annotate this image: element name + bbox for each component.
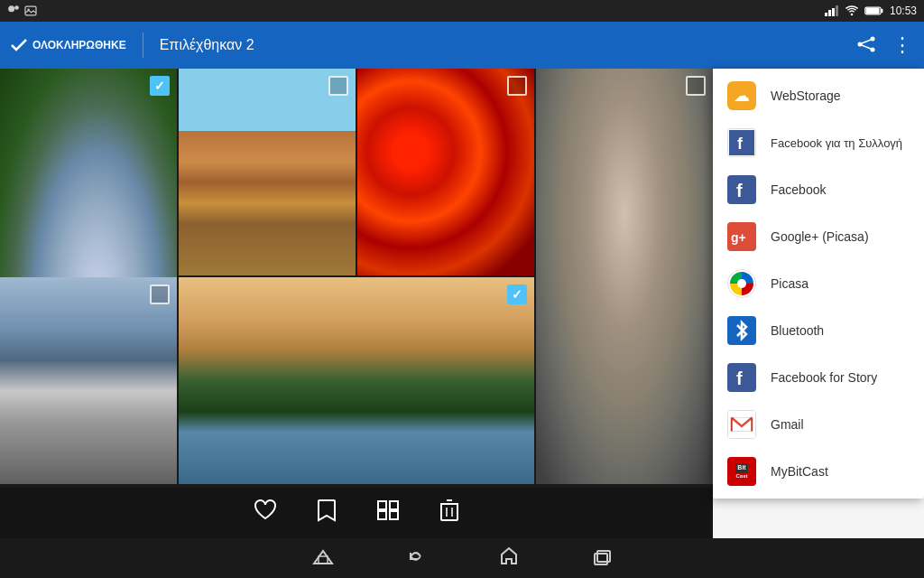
nav-home-button[interactable] (498, 545, 520, 571)
svg-rect-11 (866, 8, 880, 14)
share-item-fbstory[interactable]: f Facebook for Story (713, 354, 924, 401)
selected-count-label: Επιλέχθηκαν 2 (160, 37, 254, 53)
svg-rect-17 (378, 501, 386, 509)
signal-icon (825, 5, 839, 16)
svg-point-13 (871, 47, 875, 51)
gallery-wrapper (0, 69, 713, 484)
photo-red-flowers[interactable] (357, 69, 534, 275)
svg-point-12 (871, 36, 875, 41)
svg-rect-4 (825, 13, 827, 16)
webstorage-label: WebStorage (771, 89, 841, 103)
svg-rect-18 (390, 501, 398, 509)
share-item-bluetooth[interactable]: Bluetooth (713, 307, 924, 354)
nav-recents-icon (592, 548, 612, 568)
wifi-icon (845, 5, 859, 16)
photo-grid (0, 69, 713, 484)
facebook-label: Facebook (771, 182, 826, 197)
svg-point-8 (851, 14, 854, 16)
image-icon (23, 5, 38, 16)
trash-icon (439, 499, 459, 522)
svg-point-0 (8, 5, 14, 12)
status-time: 10:53 (890, 5, 917, 17)
layout-button[interactable] (376, 499, 400, 527)
nav-back-button[interactable] (406, 546, 426, 570)
nav-home-icon (498, 545, 520, 567)
svg-rect-10 (881, 9, 882, 14)
share-item-mybitcast[interactable]: Bit Cast MyBitCast (713, 448, 924, 495)
svg-rect-20 (390, 511, 398, 519)
action-icons: ⋮ (856, 35, 913, 55)
bookmark-icon (317, 499, 337, 522)
webstorage-icon: ☁ (727, 81, 756, 110)
svg-rect-21 (441, 504, 457, 520)
share-item-picasa[interactable]: Picasa (713, 260, 924, 307)
penguins-checkbox[interactable] (150, 284, 170, 304)
gmail-label: Gmail (771, 417, 804, 432)
share-item-facebook[interactable]: f Facebook (713, 166, 924, 213)
svg-rect-2 (25, 6, 36, 15)
battery-icon (864, 5, 884, 16)
overflow-menu-button[interactable]: ⋮ (892, 35, 913, 55)
svg-line-15 (862, 40, 871, 43)
svg-rect-6 (832, 8, 835, 16)
svg-point-33 (737, 279, 746, 288)
share-item-webstorage[interactable]: ☁ WebStorage (713, 72, 924, 119)
photo-penguins[interactable] (0, 277, 177, 484)
koala-checkbox[interactable] (686, 76, 706, 96)
fbstory-label: Facebook for Story (771, 370, 877, 385)
share-item-gmail[interactable]: Gmail (713, 401, 924, 448)
system-nav-bar (0, 538, 924, 578)
bottom-toolbar (0, 488, 713, 538)
svg-point-1 (14, 5, 19, 10)
grid-icon (376, 499, 400, 521)
bookmark-button[interactable] (317, 499, 337, 527)
hydrangea-checkbox[interactable] (150, 76, 170, 96)
nav-up-button[interactable] (312, 547, 334, 570)
status-right-icons: 10:53 (825, 5, 917, 17)
gplus-label: Google+ (Picasa) (771, 229, 869, 244)
photo-koala[interactable] (536, 69, 713, 484)
svg-line-16 (862, 45, 871, 49)
svg-point-14 (858, 42, 863, 46)
gplus-icon: g+ (727, 222, 756, 251)
svg-text:f: f (736, 368, 743, 388)
facebook-gallery-icon: f (727, 128, 756, 157)
fbstory-icon: f (727, 363, 756, 392)
picasa-label: Picasa (771, 276, 808, 291)
mybitcast-label: MyBitCast (771, 464, 828, 479)
lighthouse-checkbox[interactable] (507, 284, 527, 304)
action-separator (143, 33, 143, 58)
monument-checkbox[interactable] (328, 76, 348, 96)
done-button[interactable]: ΟΛΟΚΛΗΡΩΘΗΚΕ (11, 39, 126, 51)
share-icon (856, 36, 876, 52)
photo-monument[interactable] (179, 69, 356, 275)
status-left-icons (7, 5, 38, 17)
action-bar: ΟΛΟΚΛΗΡΩΘΗΚΕ Επιλέχθηκαν 2 ⋮ (0, 22, 924, 69)
heart-button[interactable] (254, 499, 277, 527)
bluetooth-label: Bluetooth (771, 323, 824, 338)
done-label: ΟΛΟΚΛΗΡΩΘΗΚΕ (32, 39, 126, 51)
svg-text:g+: g+ (731, 230, 746, 245)
picasa-icon (727, 269, 756, 298)
svg-rect-5 (828, 10, 831, 16)
red-flowers-checkbox[interactable] (507, 76, 527, 96)
share-item-facebook-gallery[interactable]: f Facebook για τη Συλλογή (713, 119, 924, 166)
nav-up-icon (312, 547, 334, 565)
nav-recents-button[interactable] (592, 548, 612, 572)
svg-rect-19 (378, 511, 386, 519)
notification-icon (7, 5, 20, 17)
facebook-icon: f (727, 175, 756, 204)
checkmark-icon (11, 39, 27, 51)
heart-icon (254, 499, 277, 521)
share-item-gplus[interactable]: g+ Google+ (Picasa) (713, 213, 924, 260)
facebook-gallery-label: Facebook για τη Συλλογή (771, 136, 902, 150)
gmail-icon (727, 410, 756, 439)
delete-button[interactable] (439, 499, 459, 527)
mybitcast-icon: Bit Cast (727, 457, 756, 486)
share-button[interactable] (856, 36, 876, 55)
bluetooth-icon (727, 316, 756, 345)
nav-back-icon (406, 546, 426, 566)
svg-rect-7 (836, 5, 838, 16)
photo-lighthouse[interactable] (179, 277, 534, 484)
svg-text:f: f (736, 181, 743, 200)
